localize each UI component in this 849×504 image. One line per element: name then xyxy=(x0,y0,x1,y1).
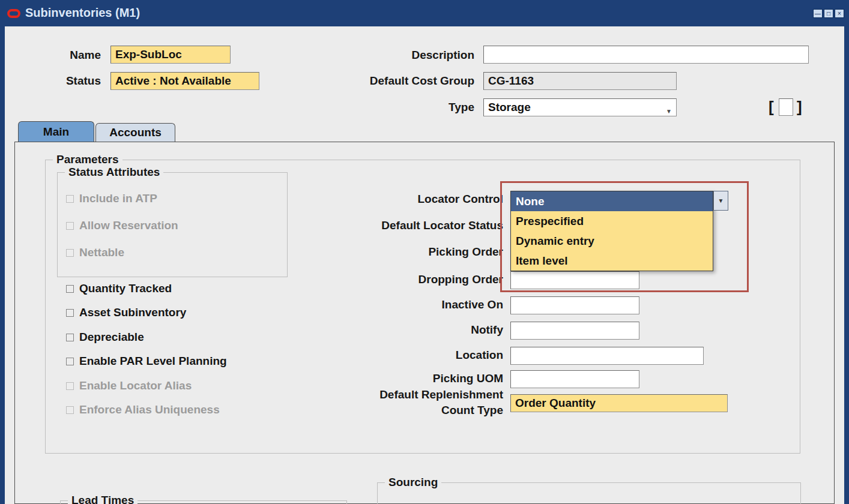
type-value: Storage xyxy=(488,101,531,113)
subinventories-window: Subinventories (M1) — □ × Name Exp-SubLo… xyxy=(0,0,849,504)
type-label: Type xyxy=(384,100,474,115)
name-field[interactable]: Exp-SubLoc xyxy=(110,46,231,64)
lead-times-group: Lead Times xyxy=(60,500,347,504)
checkbox-box xyxy=(66,382,74,390)
name-label: Name xyxy=(35,48,101,62)
sourcing-group-label: Sourcing xyxy=(385,476,441,489)
lead-times-group-label: Lead Times xyxy=(68,494,137,504)
checkbox-label: Nettable xyxy=(79,246,124,259)
checkbox-include-in-atp: Include in ATP xyxy=(66,192,157,205)
tab-accounts[interactable]: Accounts xyxy=(95,123,175,142)
checkbox-label: Enforce Alias Uniqueness xyxy=(79,403,220,416)
checkbox-label: Depreciable xyxy=(79,331,144,344)
status-field[interactable]: Active : Not Available xyxy=(110,72,259,90)
description-label: Description xyxy=(354,48,474,62)
close-button[interactable]: × xyxy=(835,9,844,18)
checkbox-box xyxy=(66,285,74,293)
notify-label: Notify xyxy=(311,323,503,337)
checkbox-box xyxy=(66,309,74,317)
location-field[interactable] xyxy=(510,347,704,365)
default-cost-group-label: Default Cost Group xyxy=(324,74,474,88)
sourcing-group: Sourcing xyxy=(377,482,801,504)
checkbox-box xyxy=(66,222,74,230)
parameters-group-label: Parameters xyxy=(53,153,122,166)
window-title: Subinventories (M1) xyxy=(25,6,140,20)
default-replenishment-count-type-field[interactable]: Order Quantity xyxy=(510,394,728,412)
status-label: Status xyxy=(35,74,101,88)
checkbox-label: Allow Reservation xyxy=(79,219,178,232)
checkbox-enforce-alias-uniqueness: Enforce Alias Uniqueness xyxy=(66,403,220,416)
checkbox-depreciable[interactable]: Depreciable xyxy=(66,331,144,344)
checkbox-box xyxy=(66,195,74,203)
default-replenishment-count-type-label: Default Replenishment Count Type xyxy=(311,387,503,418)
checkbox-enable-locator-alias: Enable Locator Alias xyxy=(66,379,192,392)
flexfield-field[interactable] xyxy=(779,98,793,116)
flexfield-bracket-open: [ xyxy=(769,98,774,116)
checkbox-enable-par-level-planning[interactable]: Enable PAR Level Planning xyxy=(66,355,227,368)
type-dropdown-arrow-icon[interactable]: ▼ xyxy=(666,104,672,119)
locator-control-label: Locator Control xyxy=(311,192,503,206)
picking-uom-label: Picking UOM xyxy=(311,371,503,386)
annotation-rectangle xyxy=(500,181,749,292)
checkbox-box xyxy=(66,358,74,365)
description-field[interactable] xyxy=(483,46,809,64)
status-attributes-group-label: Status Attributes xyxy=(65,166,163,179)
flexfield-bracket-close: ] xyxy=(797,98,802,116)
oracle-logo-icon xyxy=(7,9,20,18)
checkbox-label: Enable PAR Level Planning xyxy=(79,355,227,368)
inactive-on-field[interactable] xyxy=(510,296,639,314)
default-cost-group-field[interactable]: CG-1163 xyxy=(483,72,677,90)
checkbox-label: Enable Locator Alias xyxy=(79,379,192,392)
type-field[interactable]: Storage ▼ xyxy=(483,98,677,116)
dropping-order-label: Dropping Order xyxy=(311,272,503,287)
titlebar: Subinventories (M1) — □ × xyxy=(0,0,849,26)
checkbox-box xyxy=(66,334,74,341)
checkbox-box xyxy=(66,249,74,257)
checkbox-asset-subinventory[interactable]: Asset Subinventory xyxy=(66,306,186,319)
picking-order-label: Picking Order xyxy=(311,245,503,259)
notify-field[interactable] xyxy=(510,322,639,340)
inactive-on-label: Inactive On xyxy=(311,298,503,312)
window-border-right xyxy=(844,0,849,504)
window-border-left xyxy=(0,0,5,504)
checkbox-label: Quantity Tracked xyxy=(79,282,172,295)
checkbox-label: Include in ATP xyxy=(79,192,157,205)
checkbox-quantity-tracked[interactable]: Quantity Tracked xyxy=(66,282,172,295)
checkbox-allow-reservation: Allow Reservation xyxy=(66,219,178,232)
tab-main[interactable]: Main xyxy=(18,121,94,142)
checkbox-label: Asset Subinventory xyxy=(79,306,186,319)
default-locator-status-label: Default Locator Status xyxy=(311,218,503,233)
minimize-button[interactable]: — xyxy=(813,9,823,18)
maximize-button[interactable]: □ xyxy=(824,9,833,18)
picking-uom-field[interactable] xyxy=(510,370,639,388)
location-label: Location xyxy=(311,348,503,362)
checkbox-box xyxy=(66,406,74,414)
checkbox-nettable: Nettable xyxy=(66,246,124,259)
